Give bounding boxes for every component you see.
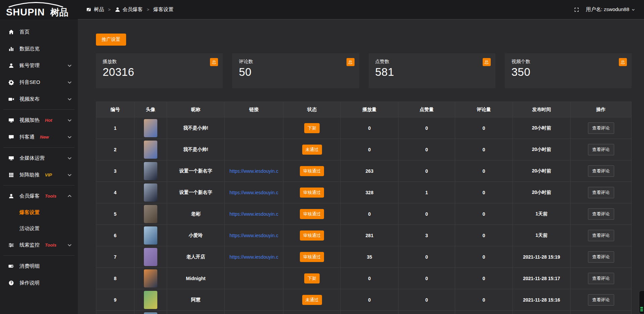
column-header: 操作 <box>571 102 631 117</box>
floating-widget[interactable] <box>639 291 644 314</box>
status-badge[interactable]: 审核通过 <box>300 230 324 241</box>
view-comments-button[interactable]: 查看评论 <box>588 187 614 198</box>
submenu-item-活动设置[interactable]: 活动设置 <box>0 220 78 237</box>
column-header: 编号 <box>96 102 135 117</box>
status-badge[interactable]: 未通过 <box>302 145 322 155</box>
submenu-item-爆客设置[interactable]: 爆客设置 <box>0 204 78 220</box>
video-link[interactable]: https://www.iesdouyin.c <box>225 168 283 174</box>
chevron-down-icon <box>67 63 72 68</box>
breadcrumb-item[interactable]: 树品 <box>86 6 104 13</box>
cell-comments <box>455 311 513 314</box>
cell-status: 下架 <box>283 117 341 139</box>
cell-status: 审核通过 <box>283 160 341 181</box>
cell-time: 1天前 <box>513 203 571 224</box>
table-row: 5老彬https://www.iesdouyin.c审核通过0001天前查看评论 <box>96 203 631 224</box>
sidebar-item-数据总览[interactable]: 数据总览 <box>0 40 78 57</box>
widget-bar <box>640 310 643 311</box>
cell-plays: 0 <box>341 117 398 139</box>
cell-actions: 查看评论 <box>571 117 631 139</box>
sidebar-item-badge: New <box>40 135 49 140</box>
monitor-icon <box>8 117 14 123</box>
status-badge[interactable]: 审核通过 <box>300 252 324 262</box>
status-badge[interactable]: 下架 <box>304 273 320 283</box>
stat-card: 点赞数581总 <box>369 53 495 88</box>
sidebar-item-全媒体运营[interactable]: 全媒体运营 <box>0 150 78 166</box>
sidebar-item-操作说明[interactable]: ?操作说明 <box>0 274 78 291</box>
cell-nickname: 老人开店 <box>167 246 225 267</box>
sidebar-item-抖客通[interactable]: 抖客通New <box>0 128 78 145</box>
sidebar-item-账号管理[interactable]: 账号管理 <box>0 57 78 74</box>
total-badge: 总 <box>483 58 491 66</box>
status-badge[interactable]: 下架 <box>304 123 320 133</box>
cell-avatar <box>135 117 167 139</box>
cell-plays: 0 <box>341 268 398 289</box>
column-header: 发布时间 <box>513 102 571 117</box>
view-comments-button[interactable]: 查看评论 <box>588 122 614 134</box>
video-link[interactable]: https://www.iesdouyin.c <box>225 190 283 195</box>
stat-label: 视频个数 <box>512 59 625 65</box>
table-body: 1我不是小帅!下架00020小时前查看评论2我不是小帅!未通过00020小时前查… <box>96 117 631 314</box>
chevron-up-icon <box>67 193 72 199</box>
chat-icon <box>8 134 14 140</box>
sidebar-item-视频加热[interactable]: 视频加热Hot <box>0 112 78 128</box>
status-badge[interactable]: 审核通过 <box>300 188 324 198</box>
cell-nickname: 设置一个新名字 <box>167 160 225 181</box>
view-comments-button[interactable]: 查看评论 <box>588 273 614 284</box>
avatar-image <box>144 312 157 314</box>
sidebar-item-抖音SEO[interactable]: 抖音SEO <box>0 74 78 91</box>
view-comments-button[interactable]: 查看评论 <box>588 251 614 263</box>
avatar-image <box>144 226 157 245</box>
user-icon <box>8 63 14 68</box>
breadcrumb-label: 会员爆客 <box>123 6 143 13</box>
stat-value: 581 <box>375 66 489 78</box>
chevron-down-icon <box>67 96 72 102</box>
view-comments-button[interactable]: 查看评论 <box>588 144 614 155</box>
sidebar-item-线索监控[interactable]: 线索监控Tools <box>0 237 78 253</box>
video-link[interactable]: https://www.iesdouyin.c <box>225 254 283 260</box>
video-link[interactable]: https://www.iesdouyin.c <box>225 233 283 238</box>
promotion-settings-button[interactable]: 推广设置 <box>96 34 126 46</box>
username-dropdown[interactable]: 用户名: zswodun88 <box>586 6 635 13</box>
column-header: 评论量 <box>455 102 513 117</box>
sidebar-item-矩阵助推[interactable]: 矩阵助推VIP <box>0 166 78 183</box>
cell-status: 下架 <box>283 268 341 289</box>
cell-status: 审核通过 <box>283 182 341 203</box>
total-badge: 总 <box>619 58 627 66</box>
stat-label: 播放数 <box>103 59 216 65</box>
cell-status <box>283 311 341 314</box>
cell-actions: 查看评论 <box>571 160 631 181</box>
cell-avatar <box>135 268 167 289</box>
cell-link <box>225 139 283 160</box>
app-logo: SHUPIN 树品 <box>0 0 78 19</box>
stat-cards: 播放数20316总评论数50总点赞数581总视频个数350总 <box>96 53 632 88</box>
breadcrumb-item[interactable]: 爆客设置 <box>153 6 173 13</box>
cell-nickname: 老彬 <box>167 203 225 224</box>
cell-nickname <box>167 311 225 314</box>
stat-label: 点赞数 <box>375 59 489 65</box>
cell-comments: 0 <box>455 203 513 224</box>
cell-avatar <box>135 182 167 203</box>
breadcrumb-label: 树品 <box>94 6 104 13</box>
breadcrumb-item[interactable]: 会员爆客 <box>115 6 143 13</box>
view-comments-button[interactable]: 查看评论 <box>588 165 614 177</box>
sidebar-item-视频发布[interactable]: 视频发布 <box>0 91 78 107</box>
status-badge[interactable]: 未通过 <box>302 295 322 305</box>
view-comments-button[interactable]: 查看评论 <box>588 294 614 306</box>
view-comments-button[interactable]: 查看评论 <box>588 208 614 220</box>
fullscreen-icon[interactable] <box>574 7 579 12</box>
cell-id: 4 <box>96 182 135 203</box>
sidebar-item-首页[interactable]: 首页 <box>0 23 78 40</box>
cell-plays: 328 <box>341 182 398 203</box>
sidebar-item-消费明细[interactable]: 消费明细 <box>0 258 78 274</box>
status-badge[interactable]: 审核通过 <box>300 166 324 176</box>
chevron-down-icon <box>67 172 72 178</box>
stat-card: 视频个数350总 <box>505 53 632 88</box>
cell-likes: 1 <box>398 182 455 203</box>
status-badge[interactable]: 审核通过 <box>300 209 324 219</box>
video-link[interactable]: https://www.iesdouyin.c <box>225 211 283 217</box>
widget-bar <box>640 307 643 308</box>
view-comments-button[interactable]: 查看评论 <box>588 230 614 241</box>
sidebar-item-label: 全媒体运营 <box>19 155 45 161</box>
total-badge: 总 <box>210 58 218 66</box>
sidebar-item-会员爆客[interactable]: 会员爆客Tools <box>0 188 78 204</box>
